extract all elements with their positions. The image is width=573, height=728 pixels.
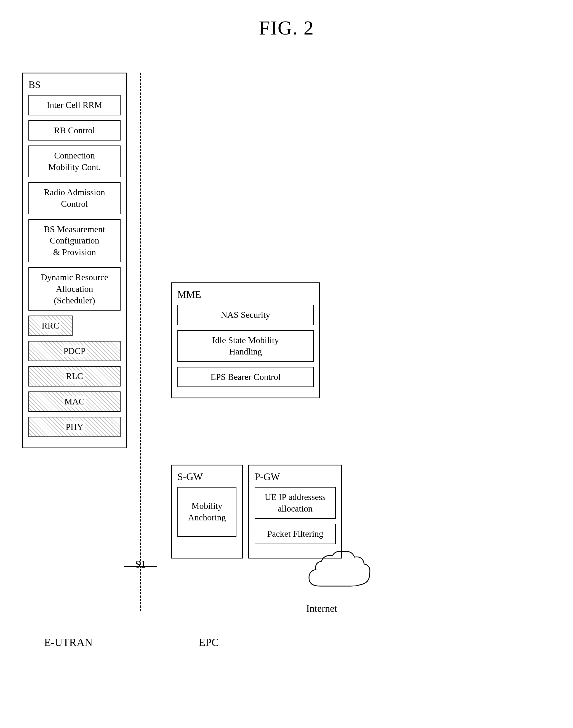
sgw-container: S-GW MobilityAnchoring	[171, 465, 243, 559]
internet-label: Internet	[306, 603, 337, 614]
mac-box: MAC	[29, 391, 120, 412]
epc-label: EPC	[199, 636, 219, 649]
interface-dashed-line	[140, 72, 141, 611]
eutran-label: E-UTRAN	[44, 636, 93, 649]
mobility-anchoring-box: MobilityAnchoring	[177, 487, 237, 537]
pgw-label: P-GW	[255, 471, 336, 483]
mme-container: MME NAS Security Idle State MobilityHand…	[171, 282, 320, 398]
nas-security-box: NAS Security	[177, 305, 314, 325]
eps-bearer-box: EPS Bearer Control	[177, 367, 314, 387]
bs-container: BS Inter Cell RRM RB Control ConnectionM…	[22, 72, 127, 448]
rlc-box: RLC	[29, 366, 120, 387]
s1-label: S1	[135, 559, 146, 570]
bs-label: BS	[29, 79, 120, 91]
radio-admission-box: Radio AdmissionControl	[29, 182, 120, 214]
sgw-label: S-GW	[177, 471, 237, 483]
page-title: FIG. 2	[0, 0, 573, 56]
pdcp-box: PDCP	[29, 341, 120, 361]
rrc-box: RRC	[29, 316, 72, 336]
rb-control-box: RB Control	[29, 120, 120, 141]
phy-box: PHY	[29, 417, 120, 437]
bs-measurement-box: BS MeasurementConfiguration& Provision	[29, 219, 120, 262]
ue-ip-box: UE IP addressessallocation	[255, 487, 336, 519]
pgw-container: P-GW UE IP addressessallocation Packet F…	[248, 465, 342, 559]
connection-mobility-box: ConnectionMobility Cont.	[29, 145, 120, 177]
dynamic-resource-box: Dynamic ResourceAllocation(Scheduler)	[29, 267, 120, 310]
internet-cloud	[304, 547, 375, 597]
idle-state-box: Idle State MobilityHandling	[177, 330, 314, 362]
inter-cell-rrm-box: Inter Cell RRM	[29, 95, 120, 115]
packet-filtering-box: Packet Filtering	[255, 524, 336, 544]
mme-label: MME	[177, 289, 314, 300]
